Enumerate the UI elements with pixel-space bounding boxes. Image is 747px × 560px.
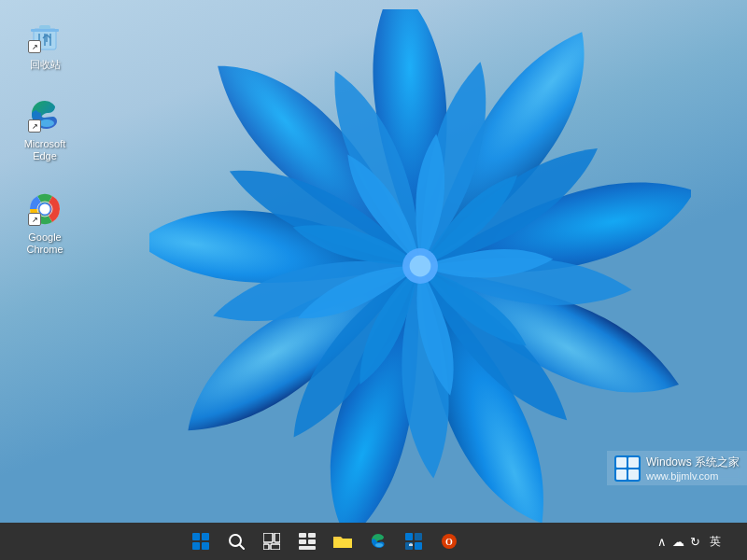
svg-text:O: O	[445, 537, 453, 547]
svg-rect-37	[415, 542, 422, 550]
start-button[interactable]	[184, 525, 218, 558]
edge-label: Microsoft Edge	[15, 138, 75, 162]
widgets-button[interactable]	[290, 525, 324, 558]
svg-rect-29	[308, 533, 316, 538]
svg-point-1	[410, 256, 431, 277]
store-taskbar-button[interactable]	[397, 525, 430, 558]
google-chrome-icon[interactable]: ↗ Google Chrome	[11, 187, 78, 259]
file-explorer-button[interactable]	[326, 525, 359, 558]
task-view-button[interactable]	[255, 525, 289, 558]
svg-rect-26	[263, 544, 269, 550]
svg-rect-15	[628, 457, 639, 468]
svg-rect-18	[192, 533, 200, 540]
svg-point-33	[375, 543, 383, 547]
svg-line-23	[240, 545, 244, 549]
search-button[interactable]	[219, 525, 253, 558]
svg-point-8	[39, 119, 54, 127]
svg-rect-30	[299, 539, 306, 544]
svg-rect-28	[299, 533, 306, 538]
svg-point-11	[40, 204, 50, 215]
cloud-icon[interactable]: ☁	[672, 535, 684, 549]
svg-rect-34	[405, 533, 413, 540]
wallpaper-flower	[149, 9, 691, 523]
svg-rect-16	[616, 469, 627, 480]
svg-rect-14	[616, 457, 627, 468]
svg-rect-4	[31, 29, 59, 32]
desktop: ↗ 回收站 ↗	[0, 0, 747, 523]
chrome-shortcut-arrow: ↗	[28, 213, 41, 226]
taskbar: O ∧ ☁ ↻ 英	[0, 523, 747, 560]
svg-rect-25	[275, 533, 280, 542]
svg-rect-35	[415, 533, 422, 540]
recycle-bin-label: 回收站	[30, 59, 61, 71]
taskbar-center-icons: O	[0, 525, 650, 558]
svg-rect-24	[263, 533, 273, 542]
svg-rect-21	[202, 542, 209, 550]
svg-point-22	[230, 535, 241, 546]
system-tray[interactable]: ∧ ☁ ↻ 英	[650, 528, 732, 555]
svg-rect-20	[192, 542, 200, 550]
chrome-label: Google Chrome	[15, 231, 75, 256]
watermark-url: www.bjjmlv.com	[646, 470, 740, 482]
sync-icon[interactable]: ↻	[690, 535, 700, 549]
watermark-text: Windows 系统之家	[646, 455, 740, 470]
svg-rect-27	[271, 544, 280, 550]
edge-shortcut-arrow: ↗	[28, 119, 41, 133]
microsoft-edge-icon[interactable]: ↗ Microsoft Edge	[11, 93, 78, 166]
chevron-up-icon[interactable]: ∧	[657, 535, 667, 549]
svg-rect-19	[202, 533, 209, 540]
shortcut-arrow: ↗	[28, 40, 41, 53]
svg-rect-31	[308, 539, 316, 544]
svg-rect-32	[299, 546, 316, 550]
taskbar-right: ∧ ☁ ↻ 英	[650, 528, 747, 555]
watermark: Windows 系统之家 www.bjjmlv.com	[607, 451, 747, 485]
recycle-bin-icon[interactable]: ↗ 回收站	[11, 14, 78, 75]
edge-taskbar-button[interactable]	[361, 525, 395, 558]
language-button[interactable]: 英	[706, 532, 725, 552]
office-taskbar-button[interactable]: O	[432, 525, 466, 558]
svg-rect-17	[628, 469, 639, 480]
